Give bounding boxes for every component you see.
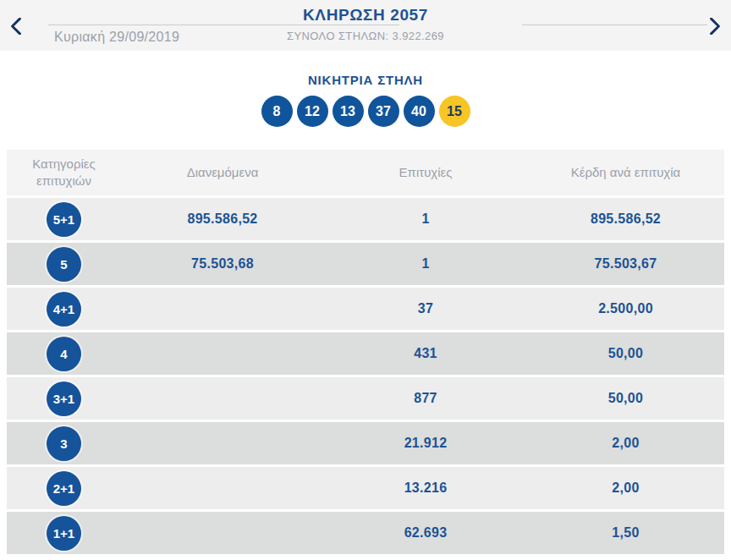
prize-value: 2,00 bbox=[527, 480, 724, 496]
table-row: 3+1 877 50,00 bbox=[7, 377, 724, 420]
category-badge: 5 bbox=[47, 247, 81, 282]
draw-title: ΚΛΗΡΩΣΗ 2057 bbox=[0, 6, 731, 25]
prize-value: 895.586,52 bbox=[527, 211, 724, 227]
header-hits: Επιτυχίες bbox=[324, 164, 527, 181]
header-distributed: Διανεμόμενα bbox=[121, 164, 324, 181]
winning-number-ball: 40 bbox=[404, 96, 435, 127]
winning-number-ball: 12 bbox=[297, 96, 328, 127]
prize-value: 50,00 bbox=[527, 391, 724, 406]
hits-value: 431 bbox=[324, 346, 527, 361]
hits-value: 1 bbox=[324, 211, 527, 227]
prize-value: 75.503,67 bbox=[527, 256, 724, 272]
category-badge: 3 bbox=[47, 426, 81, 461]
table-row: 3 21.912 2,00 bbox=[7, 422, 724, 464]
table-row: 4+1 37 2.500,00 bbox=[7, 288, 724, 330]
joker-draw-results-page: ΚΛΗΡΩΣΗ 2057 ΣΥΝΟΛΟ ΣΤΗΛΩΝ: 3.922.269 Κυ… bbox=[0, 0, 731, 560]
hits-value: 21.912 bbox=[324, 436, 527, 451]
draw-date: Κυριακή 29/09/2019 bbox=[54, 30, 179, 45]
hits-value: 877 bbox=[324, 391, 527, 406]
hits-value: 62.693 bbox=[324, 525, 527, 541]
prize-categories-table: Κατηγορίες επιτυχιών Διανεμόμενα Επιτυχί… bbox=[7, 150, 724, 557]
table-row: 5 75.503,68 1 75.503,67 bbox=[7, 243, 724, 285]
table-row: 4 431 50,00 bbox=[7, 332, 724, 375]
winning-numbers-row: 8 12 13 37 40 15 bbox=[0, 96, 731, 127]
joker-number-ball: 15 bbox=[439, 96, 470, 127]
table-row: 1+1 62.693 1,50 bbox=[7, 512, 724, 554]
winning-number-ball: 37 bbox=[368, 96, 399, 127]
winning-number-ball: 13 bbox=[333, 96, 364, 127]
winning-column-heading: ΝΙΚΗΤΡΙΑ ΣΤΗΛΗ bbox=[0, 73, 731, 87]
chevron-right-icon bbox=[710, 18, 720, 35]
prize-value: 2,00 bbox=[527, 436, 724, 451]
distributed-value: 75.503,68 bbox=[121, 256, 324, 272]
prize-value: 2.500,00 bbox=[527, 301, 724, 316]
winning-number-ball: 8 bbox=[261, 96, 293, 127]
prize-value: 50,00 bbox=[527, 346, 724, 361]
table-header-row: Κατηγορίες επιτυχιών Διανεμόμενα Επιτυχί… bbox=[7, 150, 724, 195]
category-badge: 3+1 bbox=[47, 382, 81, 416]
distributed-value: 895.586,52 bbox=[121, 211, 324, 227]
category-badge: 4 bbox=[47, 337, 81, 371]
header-categories: Κατηγορίες επιτυχιών bbox=[14, 156, 114, 190]
hits-value: 13.216 bbox=[324, 480, 527, 496]
hits-value: 37 bbox=[324, 301, 527, 316]
winning-column-section: ΝΙΚΗΤΡΙΑ ΣΤΗΛΗ 8 12 13 37 40 15 bbox=[0, 73, 731, 127]
category-badge: 4+1 bbox=[47, 292, 81, 327]
hits-value: 1 bbox=[324, 256, 527, 272]
category-badge: 2+1 bbox=[47, 471, 81, 506]
table-row: 5+1 895.586,52 1 895.586,52 bbox=[7, 198, 724, 240]
category-badge: 1+1 bbox=[47, 516, 81, 551]
category-badge: 5+1 bbox=[47, 202, 81, 237]
prize-value: 1,50 bbox=[527, 525, 724, 541]
draw-carousel-header: ΚΛΗΡΩΣΗ 2057 ΣΥΝΟΛΟ ΣΤΗΛΩΝ: 3.922.269 Κυ… bbox=[0, 0, 731, 51]
header-prize-per-hit: Κέρδη ανά επιτυχία bbox=[527, 164, 724, 181]
table-row: 2+1 13.216 2,00 bbox=[7, 467, 724, 509]
next-draw-button[interactable] bbox=[704, 15, 726, 37]
